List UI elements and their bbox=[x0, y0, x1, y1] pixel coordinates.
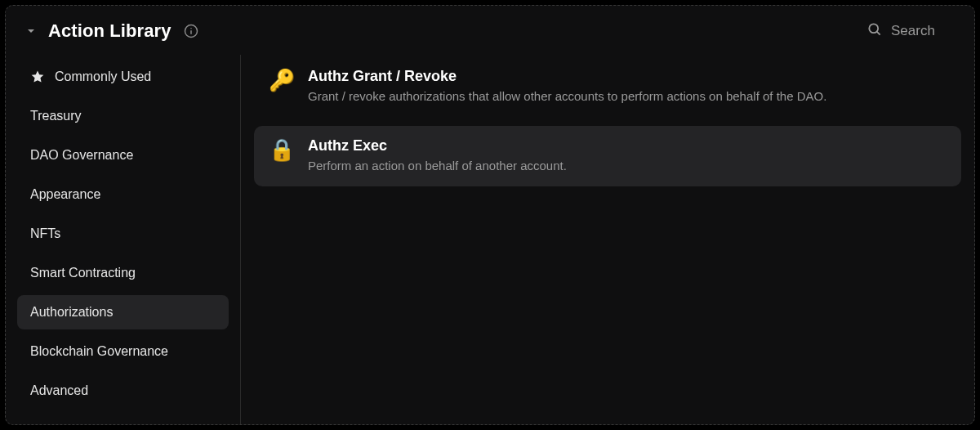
sidebar-item-dao-governance[interactable]: DAO Governance bbox=[17, 138, 229, 172]
key-icon: 🔑 bbox=[269, 68, 293, 92]
search-container[interactable] bbox=[866, 21, 955, 41]
info-icon[interactable] bbox=[183, 23, 199, 39]
action-library-panel: Action Library bbox=[5, 5, 975, 425]
action-text: Authz Exec Perform an action on behalf o… bbox=[308, 137, 567, 174]
svg-point-3 bbox=[869, 24, 878, 33]
star-icon bbox=[30, 69, 45, 84]
sidebar-item-appearance[interactable]: Appearance bbox=[17, 177, 229, 212]
sidebar-item-label: DAO Governance bbox=[30, 148, 133, 163]
action-card-authz-grant-revoke[interactable]: 🔑 Authz Grant / Revoke Grant / revoke au… bbox=[254, 56, 961, 116]
sidebar: Commonly Used Treasury DAO Governance Ap… bbox=[6, 55, 241, 424]
sidebar-item-smart-contracting[interactable]: Smart Contracting bbox=[17, 256, 229, 290]
svg-point-2 bbox=[190, 28, 192, 29]
sidebar-item-commonly-used[interactable]: Commonly Used bbox=[17, 60, 229, 94]
sidebar-item-label: Smart Contracting bbox=[30, 266, 136, 280]
sidebar-item-label: Commonly Used bbox=[55, 69, 151, 84]
sidebar-item-authorizations[interactable]: Authorizations bbox=[17, 295, 229, 329]
action-title: Authz Grant / Revoke bbox=[308, 68, 826, 85]
action-text: Authz Grant / Revoke Grant / revoke auth… bbox=[308, 68, 826, 105]
header: Action Library bbox=[6, 6, 974, 47]
search-input[interactable] bbox=[891, 23, 948, 39]
action-description: Grant / revoke authorizations that allow… bbox=[308, 88, 826, 105]
header-left: Action Library bbox=[25, 20, 855, 42]
action-description: Perform an action on behalf of another a… bbox=[308, 158, 567, 174]
svg-line-4 bbox=[877, 32, 880, 35]
sidebar-item-label: NFTs bbox=[30, 226, 60, 241]
search-icon bbox=[866, 21, 883, 41]
sidebar-item-blockchain-governance[interactable]: Blockchain Governance bbox=[17, 334, 229, 369]
content-area: 🔑 Authz Grant / Revoke Grant / revoke au… bbox=[241, 55, 974, 424]
lock-icon: 🔒 bbox=[269, 137, 293, 162]
collapse-chevron-icon[interactable] bbox=[25, 25, 37, 37]
sidebar-item-label: Appearance bbox=[30, 187, 100, 202]
sidebar-item-label: Authorizations bbox=[30, 305, 113, 320]
sidebar-item-label: Blockchain Governance bbox=[30, 344, 168, 359]
body: Commonly Used Treasury DAO Governance Ap… bbox=[6, 47, 974, 424]
sidebar-item-treasury[interactable]: Treasury bbox=[17, 99, 229, 133]
sidebar-item-label: Treasury bbox=[30, 109, 82, 123]
sidebar-item-nfts[interactable]: NFTs bbox=[17, 217, 229, 251]
panel-title: Action Library bbox=[48, 20, 172, 42]
sidebar-item-advanced[interactable]: Advanced bbox=[17, 374, 229, 408]
sidebar-item-label: Advanced bbox=[30, 383, 88, 398]
action-title: Authz Exec bbox=[308, 137, 567, 155]
action-card-authz-exec[interactable]: 🔒 Authz Exec Perform an action on behalf… bbox=[254, 126, 961, 186]
